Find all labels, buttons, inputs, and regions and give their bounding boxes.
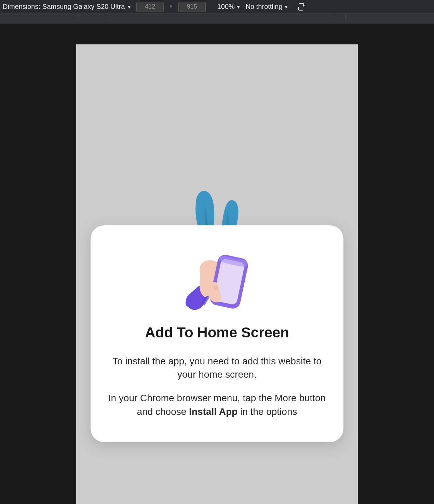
modal-title: Add To Home Screen [108,324,326,341]
dimension-separator: × [169,3,173,10]
modal-text2-after: in the options [238,406,297,417]
width-input[interactable] [136,2,164,12]
devtools-toolbar: Dimensions: Samsung Galaxy S20 Ultra ▼ ×… [0,0,434,14]
rotate-icon [297,2,306,11]
install-prompt-modal: Add To Home Screen To install the app, y… [91,225,343,442]
modal-instruction-2: In your Chrome browser menu, tap the Mor… [108,391,326,418]
dimensions-label: Dimensions: [3,3,40,11]
chevron-down-icon: ▼ [284,4,289,10]
chevron-down-icon: ▼ [236,4,241,10]
chevron-down-icon: ▼ [127,4,132,10]
device-name: Samsung Galaxy S20 Ultra [42,3,125,11]
viewport-area: Add To Home Screen To install the app, y… [0,24,434,504]
zoom-dropdown[interactable]: 100% ▼ [217,3,241,11]
modal-instruction-1: To install the app, you need to add this… [108,354,326,381]
throttling-dropdown[interactable]: No throttling ▼ [246,3,289,11]
throttling-value: No throttling [246,3,283,11]
ruler [0,14,434,24]
rotate-device-button[interactable] [297,2,306,11]
height-input[interactable] [178,2,206,12]
dimensions-dropdown[interactable]: Dimensions: Samsung Galaxy S20 Ultra ▼ [3,3,132,11]
hand-holding-phone-icon [108,246,326,314]
modal-text2-bold: Install App [189,406,238,417]
zoom-value: 100% [217,3,235,11]
device-frame: Add To Home Screen To install the app, y… [76,44,358,504]
